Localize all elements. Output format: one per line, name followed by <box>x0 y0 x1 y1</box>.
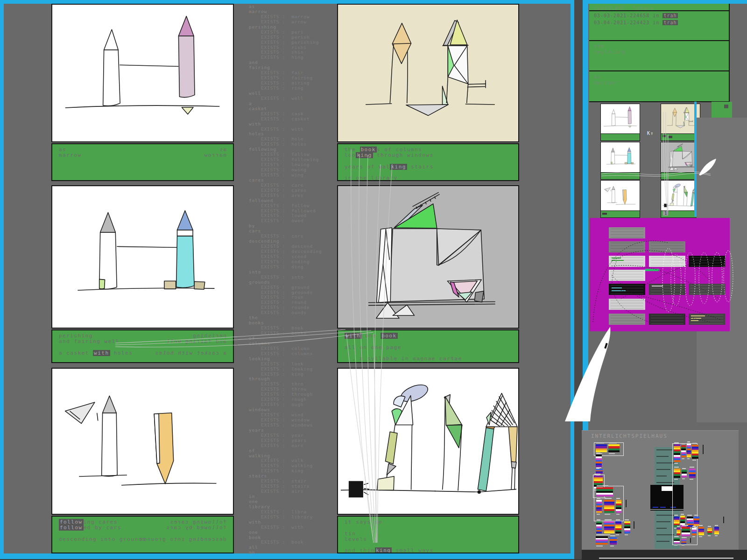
highlighted-word[interactable]: book <box>360 147 377 153</box>
grid-cell[interactable] <box>609 314 645 325</box>
highlighted-word[interactable]: with <box>93 350 110 356</box>
grid-cell[interactable] <box>609 299 645 310</box>
drawing-panel-mid-middle[interactable] <box>337 185 519 329</box>
grid-cell[interactable] <box>609 241 645 252</box>
caption-segment: tin <box>345 531 356 537</box>
stripe-thumbnail[interactable] <box>596 455 602 467</box>
magenta-grid-panel[interactable] <box>590 218 730 331</box>
mini-square <box>724 105 728 108</box>
drawing-panel-bottom-middle[interactable] <box>337 368 519 515</box>
exists-entry: EXISTS : look <box>249 362 322 367</box>
stripe-thumbnail[interactable] <box>681 445 686 457</box>
caption-strip-bottom-middle: it says so tinlevels and thinking small … <box>337 516 519 553</box>
stripe-thumbnail[interactable] <box>674 444 680 462</box>
grid-cell[interactable] <box>609 284 645 295</box>
word-entry[interactable]: followed <box>249 198 322 203</box>
caption-segment: descending into grounds <box>59 536 146 542</box>
stripe-thumbnail[interactable] <box>698 527 704 535</box>
tick-mark <box>690 538 691 543</box>
thumbnail-bottom-left[interactable] <box>600 180 640 218</box>
word-entry[interactable]: with <box>249 520 322 525</box>
stripe-thumbnail[interactable] <box>692 528 697 535</box>
stripe-thumbnail[interactable] <box>677 528 680 535</box>
session-row[interactable]: 03-04-2021-224423 in trah <box>594 19 678 26</box>
word-entry[interactable]: all <box>249 545 322 550</box>
stripe-thumbnail[interactable] <box>604 500 614 513</box>
sketch-two-towers <box>52 5 233 141</box>
grid-cell[interactable] <box>649 314 685 325</box>
stripe-thumbnail[interactable] <box>616 500 621 513</box>
exists-entry: EXISTS : owed <box>249 218 322 224</box>
stripe-thumbnail[interactable] <box>596 521 602 533</box>
stripe-thumbnail[interactable] <box>682 527 690 536</box>
word-entry[interactable]: on <box>249 550 322 555</box>
thumbnail-top-left[interactable] <box>600 104 640 141</box>
grid-cell[interactable] <box>649 256 685 267</box>
stripe-thumbnail[interactable] <box>596 469 603 474</box>
highlighted-word[interactable]: with <box>345 333 362 339</box>
stripe-thumbnail[interactable] <box>689 469 696 478</box>
highlighted-word[interactable]: king <box>356 152 373 158</box>
stripe-thumbnail[interactable] <box>682 470 687 477</box>
stripe-thumbnail[interactable] <box>707 528 712 534</box>
highlighted-word[interactable]: follow <box>59 519 84 525</box>
stripe-thumbnail[interactable] <box>604 521 614 533</box>
white-inset <box>662 486 672 491</box>
sketch-blade-and-tower <box>52 369 233 514</box>
grid-cell[interactable] <box>689 284 725 295</box>
highlighted-word[interactable]: trah <box>662 13 677 18</box>
stripe-thumbnail[interactable] <box>674 469 680 478</box>
grid-cell[interactable] <box>609 270 645 281</box>
stripe-thumbnail[interactable] <box>596 500 602 513</box>
stripe-thumbnail[interactable] <box>624 521 630 533</box>
highlighted-word[interactable]: trah <box>662 20 677 25</box>
word-entry[interactable]: one <box>249 530 322 535</box>
thumbnail-mid-left[interactable] <box>600 142 640 180</box>
exists-entry: EXISTS : hing <box>249 55 322 60</box>
tiny-text-line <box>656 456 669 457</box>
cell-text-mark <box>612 287 622 288</box>
stripe-thumbnail[interactable] <box>596 487 613 497</box>
stripe-thumbnail[interactable] <box>674 538 680 544</box>
stripe-thumbnail[interactable] <box>681 539 686 544</box>
grid-cell[interactable] <box>649 241 685 252</box>
mini-highlight <box>662 135 666 137</box>
exists-entry: EXISTS : book <box>249 540 322 545</box>
mini-caption-mark <box>602 213 607 215</box>
stripe-thumbnail[interactable] <box>596 536 608 545</box>
word-entry[interactable]: looking <box>249 357 322 362</box>
highlighted-word[interactable]: follow <box>59 525 84 531</box>
stripe-thumbnail[interactable] <box>714 527 719 534</box>
caption-segment: stairs <box>407 164 434 170</box>
stripe-thumbnail[interactable] <box>596 444 607 452</box>
stripe-thumbnail[interactable] <box>694 517 699 526</box>
drawing-panel-mid-left[interactable] <box>51 185 234 329</box>
highlighted-word[interactable]: king <box>375 547 392 553</box>
exists-entry: EXISTS : ares <box>249 193 322 198</box>
right-mini-green-panel <box>712 102 732 118</box>
stripe-thumbnail[interactable] <box>610 537 617 545</box>
word-entry[interactable]: in <box>249 494 322 499</box>
stripe-thumbnail[interactable] <box>615 521 621 533</box>
drawing-panel-top-middle[interactable] <box>337 4 519 142</box>
drawing-panel-top-left[interactable] <box>51 4 234 142</box>
caption-text: with one book all on one page , a syllab… <box>345 333 462 362</box>
session-row[interactable]: 03-03-2021-224658 in trah <box>594 12 678 19</box>
tick-mark <box>723 517 724 523</box>
stripe-thumbnail[interactable] <box>674 517 679 527</box>
stripe-thumbnail[interactable] <box>594 476 603 489</box>
tiny-text-line <box>656 476 667 476</box>
stripe-thumbnail[interactable] <box>608 444 620 452</box>
grid-cell[interactable] <box>609 227 645 238</box>
word-entry[interactable]: grounds <box>249 280 322 285</box>
highlighted-word[interactable]: book <box>381 333 398 339</box>
highlighted-word[interactable]: king <box>390 164 407 170</box>
stripe-thumbnail[interactable] <box>687 443 691 457</box>
sketch-walking-figures <box>338 369 518 514</box>
word-entry[interactable]: of <box>249 448 322 454</box>
exists-entry: EXISTS : books <box>249 331 322 336</box>
stripe-thumbnail[interactable] <box>692 445 698 459</box>
grid-cell[interactable] <box>689 256 725 267</box>
word-entry[interactable]: with <box>249 122 322 127</box>
drawing-panel-bottom-left[interactable] <box>51 368 234 515</box>
